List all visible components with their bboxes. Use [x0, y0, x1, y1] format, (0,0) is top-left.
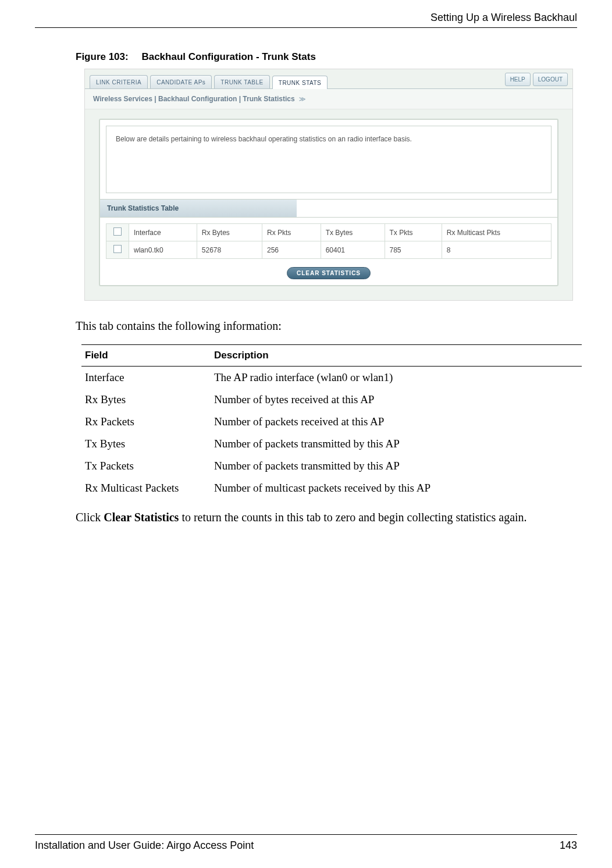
table-row: wlan0.tk0 52678 256 60401 785 8	[106, 241, 551, 259]
field-name: Rx Bytes	[81, 389, 211, 411]
outro-text: Click Clear Statistics to return the cou…	[76, 510, 577, 525]
trunk-stats-table: Interface Rx Bytes Rx Pkts Tx Bytes Tx P…	[106, 223, 551, 259]
field-name: Rx Packets	[81, 411, 211, 433]
field-header: Field	[81, 345, 211, 367]
col-rx-multicast: Rx Multicast Pkts	[442, 224, 551, 241]
outro-pre: Click	[76, 511, 104, 524]
page-footer: Installation and User Guide: Airgo Acces…	[35, 834, 577, 852]
cell-rx-bytes: 52678	[197, 241, 262, 259]
field-name: Tx Bytes	[81, 433, 211, 455]
description-header: Description	[211, 345, 582, 367]
help-button[interactable]: HELP	[505, 73, 531, 86]
tab-bar: LINK CRITERIA CANDIDATE APs TRUNK TABLE …	[85, 69, 572, 89]
field-desc: Number of packets transmitted by this AP	[211, 455, 582, 477]
figure-number: Figure 103:	[76, 51, 129, 62]
cell-tx-bytes: 60401	[321, 241, 385, 259]
tab-link-criteria[interactable]: LINK CRITERIA	[90, 75, 148, 88]
tab-trunk-table[interactable]: TRUNK TABLE	[214, 75, 269, 88]
outro-bold: Clear Statistics	[104, 511, 179, 524]
table-row: Tx Bytes Number of packets transmitted b…	[81, 433, 582, 455]
footer-page-number: 143	[560, 839, 577, 852]
col-interface: Interface	[129, 224, 197, 241]
table-header-row: Interface Rx Bytes Rx Pkts Tx Bytes Tx P…	[106, 224, 551, 241]
cell-rx-pkts: 256	[262, 241, 321, 259]
field-desc: The AP radio interface (wlan0 or wlan1)	[211, 367, 582, 389]
header-checkbox-cell	[106, 224, 129, 241]
cell-tx-pkts: 785	[385, 241, 442, 259]
outro-post: to return the counts in this tab to zero…	[179, 511, 526, 524]
col-rx-bytes: Rx Bytes	[197, 224, 262, 241]
field-desc: Number of packets transmitted by this AP	[211, 433, 582, 455]
field-desc: Number of packets received at this AP	[211, 411, 582, 433]
table-row: Rx Multicast Packets Number of multicast…	[81, 477, 582, 499]
table-row: Interface The AP radio interface (wlan0 …	[81, 367, 582, 389]
screenshot-panel: LINK CRITERIA CANDIDATE APs TRUNK TABLE …	[84, 69, 573, 301]
description-box: Below are details pertaining to wireless…	[106, 126, 551, 193]
checkbox-icon[interactable]	[113, 227, 122, 236]
row-checkbox-cell	[106, 241, 129, 259]
logout-button[interactable]: LOGOUT	[533, 73, 568, 86]
content-panel: Below are details pertaining to wireless…	[99, 119, 558, 286]
clear-statistics-button[interactable]: CLEAR STATISTICS	[287, 267, 371, 279]
running-header: Setting Up a Wireless Backhaul	[35, 12, 577, 28]
field-desc: Number of multicast packets received by …	[211, 477, 582, 499]
table-row: Tx Packets Number of packets transmitted…	[81, 455, 582, 477]
figure-caption: Figure 103: Backhaul Configuration - Tru…	[76, 51, 577, 63]
col-rx-pkts: Rx Pkts	[262, 224, 321, 241]
field-description-table: Field Description Interface The AP radio…	[81, 344, 582, 499]
tab-candidate-aps[interactable]: CANDIDATE APs	[150, 75, 212, 88]
breadcrumb: Wireless Services | Backhaul Configurati…	[85, 89, 572, 109]
table-row: Rx Bytes Number of bytes received at thi…	[81, 389, 582, 411]
cell-interface: wlan0.tk0	[129, 241, 197, 259]
breadcrumb-text: Wireless Services | Backhaul Configurati…	[93, 95, 295, 103]
field-name: Interface	[81, 367, 211, 389]
table-row: Rx Packets Number of packets received at…	[81, 411, 582, 433]
field-desc: Number of bytes received at this AP	[211, 389, 582, 411]
cell-rx-multicast: 8	[442, 241, 551, 259]
section-title: Trunk Statistics Table	[100, 199, 297, 218]
footer-left: Installation and User Guide: Airgo Acces…	[35, 839, 254, 852]
col-tx-bytes: Tx Bytes	[321, 224, 385, 241]
field-name: Rx Multicast Packets	[81, 477, 211, 499]
figure-title: Backhaul Configuration - Trunk Stats	[141, 51, 315, 62]
breadcrumb-arrow-icon: ≫	[299, 95, 306, 102]
field-name: Tx Packets	[81, 455, 211, 477]
checkbox-icon[interactable]	[113, 245, 122, 253]
intro-text: This tab contains the following informat…	[76, 318, 577, 334]
col-tx-pkts: Tx Pkts	[385, 224, 442, 241]
tab-trunk-stats[interactable]: TRUNK STATS	[272, 76, 328, 89]
